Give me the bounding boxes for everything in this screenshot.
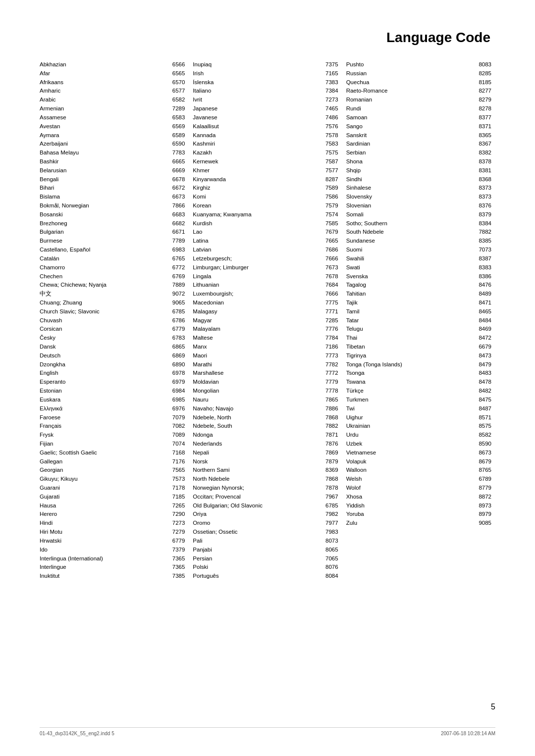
language-name: Shqip [346, 166, 472, 175]
language-name: Tsonga [346, 369, 472, 378]
language-name: Welsh [346, 475, 472, 484]
language-code: 7586 [321, 193, 338, 202]
language-code: 7273 [321, 96, 338, 104]
list-item: Persian7065 [193, 554, 338, 563]
language-code: 7375 [321, 60, 338, 69]
language-code: 7889 [167, 281, 185, 290]
list-item: Rundi8278 [346, 104, 491, 113]
list-item: Kirghiz7589 [193, 184, 338, 193]
language-name: North Ndebele [193, 475, 319, 484]
language-name: Chechen [40, 272, 165, 281]
language-name: Sundanese [346, 237, 472, 246]
language-name: Ivrit [193, 96, 319, 104]
list-item: Frysk7089 [40, 431, 185, 440]
language-name: Azerbaijani [40, 140, 165, 149]
list-item: Polski8076 [193, 563, 338, 572]
language-code: 8465 [474, 307, 491, 316]
language-name: Kannada [193, 131, 319, 140]
list-item: Manx7186 [193, 343, 338, 352]
language-name: Avestan [40, 122, 165, 131]
language-name: Komi [193, 193, 319, 202]
language-name: Persian [193, 554, 319, 563]
language-name: Occitan; Provencal [193, 493, 319, 502]
language-code: 8479 [474, 360, 491, 369]
language-code: 7176 [167, 457, 185, 466]
language-name: Ndebele, North [193, 413, 319, 422]
language-name: Hindi [40, 519, 165, 528]
list-item: Burmese7789 [40, 237, 185, 246]
language-code: 8185 [474, 78, 491, 87]
language-name: Tatar [346, 316, 472, 325]
list-item: Arabic6582 [40, 96, 185, 104]
list-item: Maltese7784 [193, 334, 338, 343]
list-item: Georgian7565 [40, 466, 185, 475]
language-code: 8278 [474, 104, 491, 113]
list-item: Armenian7289 [40, 104, 185, 113]
language-code: 7776 [321, 325, 338, 334]
language-name: Swati [346, 263, 472, 272]
list-item: Wolof8779 [346, 484, 491, 493]
language-code: 7573 [167, 475, 185, 484]
language-name: Hausa [40, 502, 165, 510]
language-code: 8378 [474, 157, 491, 166]
language-code: 7789 [167, 237, 185, 246]
list-item: Javanese7486 [193, 113, 338, 122]
list-item: Česky6783 [40, 334, 185, 343]
language-code: 8065 [321, 546, 338, 554]
list-item: Bengali6678 [40, 175, 185, 184]
language-name: Kirghiz [193, 184, 319, 193]
list-item: Ndonga7871 [193, 431, 338, 440]
language-code: 9072 [167, 290, 185, 299]
list-item: Brezhoneg6682 [40, 219, 185, 228]
language-name: Aymara [40, 131, 165, 140]
list-item: Abkhazian6566 [40, 60, 185, 69]
list-item: Luxembourgish;7666 [193, 290, 338, 299]
language-code: 7384 [321, 87, 338, 96]
language-name: Maltese [193, 334, 319, 343]
list-item: Tahitian8489 [346, 290, 491, 299]
language-code: 7982 [321, 510, 338, 519]
list-item: Church Slavic; Slavonic6785 [40, 307, 185, 316]
language-name: Uighur [346, 413, 472, 422]
list-item: Assamese6583 [40, 113, 185, 122]
language-name: Slovensky [346, 193, 472, 202]
language-name: Gikuyu; Kikuyu [40, 475, 165, 484]
language-code: 7784 [321, 334, 338, 343]
column-3: Pushto8083Russian8285Quechua8185Raeto-Ro… [342, 60, 495, 581]
language-name: Nepali [193, 449, 319, 457]
language-name: Manx [193, 343, 319, 352]
language-name: Oriya [193, 510, 319, 519]
language-code: 8384 [474, 219, 491, 228]
language-code: 7878 [321, 484, 338, 493]
language-name: Bulgarian [40, 228, 165, 237]
language-code: 8478 [474, 378, 491, 387]
language-name: Sinhalese [346, 184, 472, 193]
language-code: 7772 [321, 369, 338, 378]
language-name: Esperanto [40, 378, 165, 387]
list-item: Marshallese7772 [193, 369, 338, 378]
language-code: 6783 [167, 334, 185, 343]
language-code: 8382 [474, 149, 491, 157]
language-code: 7073 [474, 246, 491, 254]
language-code: 8779 [474, 484, 491, 493]
list-item: Xhosa8872 [346, 493, 491, 502]
language-name: Hrwatski [40, 537, 165, 546]
language-name: Marshallese [193, 369, 319, 378]
list-item: Samoan8377 [346, 113, 491, 122]
page-footer: 01-43_dvp3142K_55_eng2.indd 5 2007-06-18… [40, 727, 495, 736]
language-name: Marathi [193, 360, 319, 369]
language-name: Thai [346, 334, 472, 343]
list-item: Guarani7178 [40, 484, 185, 493]
language-code: 7869 [321, 449, 338, 457]
language-name: Luxembourgish; [193, 290, 319, 299]
language-name: Slovenian [346, 202, 472, 210]
language-name: Raeto-Romance [346, 87, 472, 96]
list-item: Ido7379 [40, 546, 185, 554]
list-item: Esperanto6979 [40, 378, 185, 387]
language-name: Serbian [346, 149, 472, 157]
language-code: 7666 [321, 290, 338, 299]
list-item: Panjabi8065 [193, 546, 338, 554]
list-item: Corsican6779 [40, 325, 185, 334]
language-code: 7577 [321, 166, 338, 175]
language-code: 7673 [321, 263, 338, 272]
